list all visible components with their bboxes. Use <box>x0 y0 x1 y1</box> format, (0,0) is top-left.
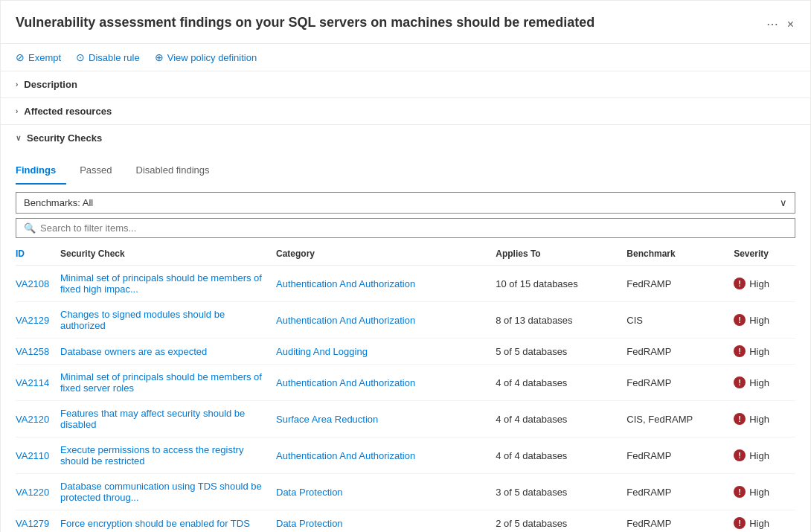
tab-findings[interactable]: Findings <box>16 158 66 185</box>
affected-resources-label: Affected resources <box>24 106 112 117</box>
row-benchmark: CIS <box>626 302 734 339</box>
row-applies-to: 5 of 5 databases <box>496 339 626 365</box>
table-row: VA1220 Database communication using TDS … <box>16 474 795 510</box>
severity-label: High <box>749 315 769 326</box>
table-row: VA1258 Database owners are as expected A… <box>16 339 795 365</box>
row-benchmark: FedRAMP <box>626 510 734 533</box>
panel-title: Vulnerability assessment findings on you… <box>16 14 745 31</box>
table-row: VA2114 Minimal set of principals should … <box>16 365 795 401</box>
affected-resources-chevron: › <box>16 107 18 115</box>
benchmark-dropdown-chevron: ∨ <box>780 197 787 208</box>
row-category: Data Protection <box>276 510 496 533</box>
severity-label: High <box>749 414 769 425</box>
disable-rule-icon: ⊙ <box>76 51 85 63</box>
tab-passed[interactable]: Passed <box>80 158 122 185</box>
col-header-category: Category <box>276 243 496 266</box>
row-check[interactable]: Minimal set of principals should be memb… <box>60 266 276 302</box>
findings-table: ID Security Check Category Applies To Be… <box>1 243 810 532</box>
affected-resources-header[interactable]: › Affected resources <box>1 98 810 124</box>
table-header-row: ID Security Check Category Applies To Be… <box>16 243 795 266</box>
row-severity: ! High <box>734 510 795 533</box>
view-policy-button[interactable]: ⊕ View policy definition <box>155 51 257 63</box>
description-section: › Description <box>1 71 810 98</box>
close-icon[interactable]: × <box>786 16 795 33</box>
row-category: Authentication And Authorization <box>276 365 496 401</box>
disable-rule-label: Disable rule <box>89 52 140 63</box>
row-applies-to: 4 of 4 databases <box>496 401 626 438</box>
row-id: VA1220 <box>16 474 60 510</box>
security-checks-chevron: ∨ <box>16 134 21 142</box>
severity-high-icon: ! <box>734 449 746 461</box>
row-benchmark: FedRAMP <box>626 474 734 510</box>
row-category: Data Protection <box>276 474 496 510</box>
severity-high-icon: ! <box>734 486 746 498</box>
severity-label: High <box>749 518 769 529</box>
disable-rule-button[interactable]: ⊙ Disable rule <box>76 51 140 63</box>
row-benchmark: FedRAMP <box>626 365 734 401</box>
row-check[interactable]: Minimal set of principals should be memb… <box>60 365 276 401</box>
main-panel: Vulnerability assessment findings on you… <box>0 0 811 532</box>
more-options-icon[interactable]: ⋯ <box>765 16 780 33</box>
table-row: VA1279 Force encryption should be enable… <box>16 510 795 533</box>
row-applies-to: 10 of 15 databases <box>496 266 626 302</box>
row-severity: ! High <box>734 401 795 438</box>
severity-label: High <box>749 278 769 289</box>
filter-area: Benchmarks: All ∨ 🔍 <box>1 185 810 243</box>
severity-label: High <box>749 450 769 461</box>
search-box: 🔍 <box>16 218 795 238</box>
row-category: Authentication And Authorization <box>276 438 496 474</box>
severity-label: High <box>749 346 769 357</box>
col-header-security-check: Security Check <box>60 243 276 266</box>
row-check[interactable]: Force encryption should be enabled for T… <box>60 510 276 533</box>
security-checks-tabs: Findings Passed Disabled findings <box>1 151 810 185</box>
benchmark-dropdown[interactable]: Benchmarks: All ∨ <box>16 192 795 214</box>
search-icon: 🔍 <box>24 222 36 234</box>
severity-high-icon: ! <box>734 278 746 289</box>
action-bar: ⊘ Exempt ⊙ Disable rule ⊕ View policy de… <box>1 44 810 71</box>
row-benchmark: FedRAMP <box>626 438 734 474</box>
severity-high-icon: ! <box>734 314 746 326</box>
row-applies-to: 4 of 4 databases <box>496 438 626 474</box>
search-input[interactable] <box>40 222 787 234</box>
row-check[interactable]: Changes to signed modules should be auth… <box>60 302 276 339</box>
col-header-applies-to: Applies To <box>496 243 626 266</box>
row-id: VA2108 <box>16 266 60 302</box>
row-severity: ! High <box>734 302 795 339</box>
col-header-severity: Severity <box>734 243 795 266</box>
security-checks-header[interactable]: ∨ Security Checks <box>1 125 810 151</box>
description-chevron: › <box>16 80 18 89</box>
row-category: Auditing And Logging <box>276 339 496 365</box>
exempt-button[interactable]: ⊘ Exempt <box>16 51 61 63</box>
table-row: VA2120 Features that may affect security… <box>16 401 795 438</box>
severity-high-icon: ! <box>734 345 746 357</box>
row-applies-to: 3 of 5 databases <box>496 474 626 510</box>
row-applies-to: 4 of 4 databases <box>496 365 626 401</box>
row-check[interactable]: Features that may affect security should… <box>60 401 276 438</box>
severity-high-icon: ! <box>734 376 746 388</box>
row-id: VA2120 <box>16 401 60 438</box>
row-id: VA2129 <box>16 302 60 339</box>
tab-disabled-findings[interactable]: Disabled findings <box>136 158 220 185</box>
row-check[interactable]: Execute permissions to access the regist… <box>60 438 276 474</box>
row-severity: ! High <box>734 474 795 510</box>
row-severity: ! High <box>734 266 795 302</box>
row-benchmark: CIS, FedRAMP <box>626 401 734 438</box>
table-row: VA2129 Changes to signed modules should … <box>16 302 795 339</box>
row-severity: ! High <box>734 365 795 401</box>
row-id: VA1279 <box>16 510 60 533</box>
col-header-id: ID <box>16 243 60 266</box>
description-section-header[interactable]: › Description <box>1 71 810 97</box>
security-checks-section: ∨ Security Checks Findings Passed Disabl… <box>1 125 810 532</box>
severity-label: High <box>749 377 769 388</box>
row-check[interactable]: Database communication using TDS should … <box>60 474 276 510</box>
exempt-icon: ⊘ <box>16 51 25 63</box>
exempt-label: Exempt <box>28 52 61 63</box>
benchmark-dropdown-label: Benchmarks: All <box>24 197 93 208</box>
row-id: VA1258 <box>16 339 60 365</box>
row-severity: ! High <box>734 339 795 365</box>
affected-resources-section: › Affected resources <box>1 98 810 125</box>
row-severity: ! High <box>734 438 795 474</box>
view-policy-icon: ⊕ <box>155 51 164 63</box>
severity-high-icon: ! <box>734 517 746 529</box>
row-check[interactable]: Database owners are as expected <box>60 339 276 365</box>
